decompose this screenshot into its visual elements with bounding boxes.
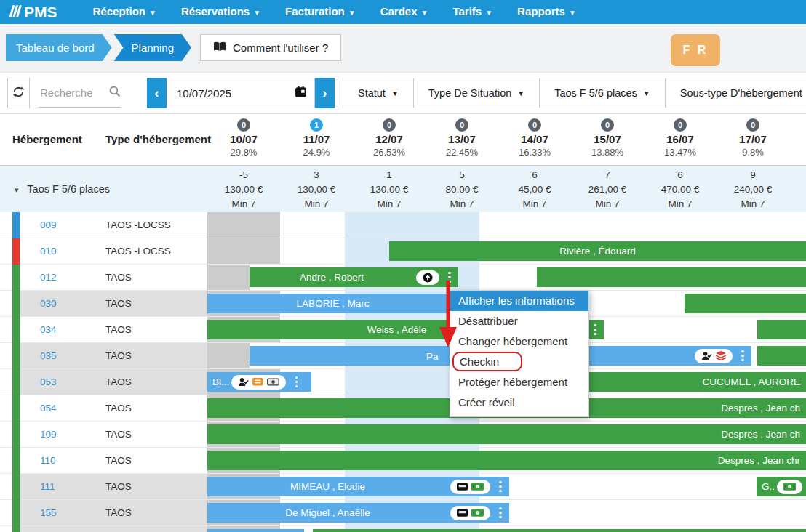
- min-stay: Min 7: [717, 197, 789, 211]
- nav-item-tarifs[interactable]: Tarifs▼: [440, 0, 505, 25]
- refresh-button[interactable]: [7, 78, 30, 108]
- booking-bar[interactable]: De Miguel , Anaëlle: [207, 503, 509, 523]
- room-number-link[interactable]: 012: [40, 265, 57, 291]
- search-input[interactable]: [39, 86, 108, 100]
- filter-sous-type-d-hebergement[interactable]: Sous-type D'hébergement▼: [665, 78, 806, 108]
- search-icon[interactable]: [108, 85, 121, 100]
- nav-item-cardex[interactable]: Cardex▼: [368, 0, 441, 25]
- nav-item-label: Réception: [93, 5, 146, 17]
- menu-item-desattribuer[interactable]: Désattribuer: [450, 311, 588, 331]
- room-number-link[interactable]: 054: [40, 395, 57, 422]
- available-count: 6: [498, 168, 571, 182]
- breadcrumb-strip: Tableau de bordPlanning Comment l'utilis…: [0, 24, 806, 72]
- calendar-icon[interactable]: [295, 86, 307, 100]
- date-navigator: ‹ 10/07/2025 ›: [147, 78, 335, 108]
- booking-bar[interactable]: Rivière , Édouard: [389, 241, 806, 261]
- nav-item-reception[interactable]: Réception▼: [81, 0, 169, 25]
- room-status-strip: [12, 500, 20, 526]
- booking-bar[interactable]: MIMEAU , Elodie: [207, 477, 509, 496]
- chevron-down-icon: ▼: [253, 9, 260, 17]
- table-row: 155TAOSDe Miguel , Anaëlle: [0, 500, 806, 526]
- group-availability-cell: 7261,00 €Min 7: [571, 168, 644, 211]
- filter-statut[interactable]: Statut▼: [343, 78, 414, 108]
- booking-bar[interactable]: Despres , Jean ch: [207, 424, 806, 444]
- guest-name: Bl...: [207, 376, 229, 387]
- kebab-menu-icon[interactable]: [496, 507, 505, 519]
- group-availability-cell: -5130,00 €Min 7: [207, 168, 280, 211]
- layers-icon: [716, 351, 726, 360]
- breadcrumb: Tableau de bordPlanning: [6, 34, 191, 61]
- room-number-link[interactable]: 053: [40, 369, 57, 395]
- kebab-menu-icon[interactable]: [292, 376, 300, 388]
- price-per-night: 240,00 €: [717, 182, 789, 197]
- menu-item-checkin[interactable]: Checkin: [450, 352, 588, 372]
- room-status-strip: [12, 448, 20, 474]
- chevron-down-icon: ▼: [149, 9, 156, 17]
- booking-bar[interactable]: [757, 320, 806, 339]
- guest-name: Pa: [426, 350, 439, 361]
- room-number-link[interactable]: 109: [40, 422, 57, 448]
- breadcrumb-tab-tableau-de-bord[interactable]: Tableau de bord: [6, 34, 112, 61]
- group-toggle[interactable]: ▾ Taos F 5/6 places: [15, 166, 110, 213]
- breadcrumb-tab-planning[interactable]: Planning: [114, 34, 191, 61]
- arrivals-count-badge: 1: [310, 118, 323, 132]
- chevron-down-icon: ▼: [391, 89, 399, 97]
- next-day-button[interactable]: ›: [315, 78, 335, 108]
- room-number-link[interactable]: 110: [40, 448, 56, 474]
- booking-bar[interactable]: [207, 529, 304, 532]
- group-label: Taos F 5/6 places: [27, 183, 110, 195]
- price-per-night: 261,00 €: [571, 182, 644, 197]
- group-availability-cell: 1130,00 €Min 7: [353, 168, 426, 211]
- nav-item-rapports[interactable]: Rapports▼: [505, 0, 588, 25]
- past-day-cell: [207, 343, 250, 368]
- booking-bar[interactable]: Despres , Jean chr: [207, 451, 806, 470]
- past-day-cell: [207, 265, 250, 290]
- booking-bar[interactable]: [685, 294, 806, 313]
- price-per-night: 130,00 €: [280, 182, 353, 197]
- booking-bar[interactable]: [537, 267, 806, 287]
- booking-bar[interactable]: [313, 529, 806, 532]
- booking-bar[interactable]: Andre , Robert: [250, 267, 458, 287]
- table-row: 054TAOSDespres , Jean ch: [0, 395, 806, 422]
- language-badge[interactable]: F R: [671, 34, 720, 66]
- menu-item-afficher-les-informations[interactable]: Afficher les informations: [450, 291, 588, 311]
- nav-item-reservations[interactable]: Réservations▼: [169, 0, 273, 25]
- arrivals-count-badge: 0: [528, 118, 541, 132]
- menu-item-proteger-hebergement[interactable]: Protéger hébergement: [450, 372, 588, 392]
- date-label: 15/07: [571, 133, 644, 145]
- filter-taos-f-5-6-places[interactable]: Taos F 5/6 places▼: [539, 78, 666, 108]
- room-number-link[interactable]: 009: [40, 212, 57, 238]
- room-number-link[interactable]: 155: [40, 500, 57, 526]
- filter-type-de-situation[interactable]: Type De Situation▼: [413, 78, 540, 108]
- help-button[interactable]: Comment l'utiliser ?: [200, 34, 341, 61]
- kebab-menu-icon[interactable]: [591, 324, 599, 336]
- past-day-cell: [207, 238, 280, 264]
- room-status-strip: [12, 291, 20, 317]
- min-stay: Min 7: [498, 197, 571, 211]
- pms-planning-page: { "navbar": { "logo_text": "PMS", "items…: [0, 0, 806, 532]
- room-number-link[interactable]: 010: [40, 238, 57, 265]
- list-icon: [252, 378, 263, 386]
- room-number-link[interactable]: 034: [40, 317, 57, 343]
- room-number-link[interactable]: 111: [40, 474, 55, 500]
- previous-day-button[interactable]: ‹: [147, 78, 167, 108]
- menu-item-creer-reveil[interactable]: Créer réveil: [450, 392, 588, 413]
- filter-label: Type De Situation: [428, 87, 511, 99]
- kebab-menu-icon[interactable]: [496, 481, 505, 493]
- kebab-menu-icon[interactable]: [445, 272, 454, 283]
- arrivals-count-badge: 0: [455, 118, 468, 132]
- menu-item-changer-hebergement[interactable]: Changer hébergement: [450, 331, 588, 352]
- booking-bar[interactable]: G..: [757, 477, 806, 496]
- booking-bar[interactable]: [757, 346, 806, 366]
- pms-logo[interactable]: PMS: [7, 4, 57, 21]
- booking-bar[interactable]: LABORIE , Marc: [207, 294, 458, 313]
- room-number-link[interactable]: 035: [40, 343, 57, 369]
- nav-item-facturation[interactable]: Facturation▼: [273, 0, 368, 25]
- group-availability-cell: 580,00 €Min 7: [426, 168, 498, 211]
- booking-bar[interactable]: Bl...: [207, 372, 311, 392]
- filter-label: Sous-type D'hébergement: [680, 87, 802, 99]
- date-input[interactable]: 10/07/2025: [167, 78, 315, 108]
- arrivals-count-badge: 0: [601, 118, 614, 132]
- room-number-link[interactable]: 030: [40, 291, 57, 317]
- kebab-menu-icon[interactable]: [738, 350, 747, 362]
